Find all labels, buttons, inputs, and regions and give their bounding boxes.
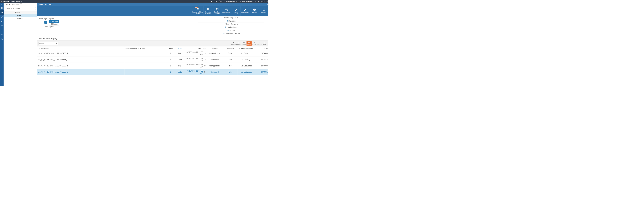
cell-sle: [124, 69, 166, 75]
backup-to-object-store-button[interactable]: New Backup to Object Store: [192, 6, 203, 16]
catalog-button[interactable]: Catalog: [231, 41, 236, 45]
backup-row[interactable]: ora_01_07-18-2024_11.17.20.8165_11Log07/…: [37, 50, 268, 56]
summary-count: 4: [227, 20, 228, 22]
breadcrumb: NTAP1 Topology ×: [37, 3, 268, 6]
cell-sle: [124, 63, 166, 69]
search-databases-input[interactable]: [5, 7, 36, 10]
user-menu[interactable]: administrator: [224, 0, 237, 2]
remove-protection-button[interactable]: Remove Protection: [203, 6, 212, 16]
th-mounted[interactable]: Mounted: [223, 46, 238, 50]
db-row[interactable]: NTAP2: [4, 17, 37, 20]
search-databases-field[interactable]: [6, 7, 34, 9]
backups-toolbar: Catalog Rename Clone Restore Mount Unmou…: [37, 40, 268, 46]
cell-scn: 2874360: [255, 50, 268, 56]
rail-hosts-icon[interactable]: [0, 24, 4, 28]
cell-end-date: 07/18/2024 11:09:44 AM: [185, 63, 206, 69]
cell-mounted: False: [223, 56, 238, 63]
refresh-button[interactable]: Refresh: [259, 6, 268, 16]
resource-column-header: Name: [4, 11, 37, 14]
th-rman-cataloged[interactable]: RMAN Cataloged: [238, 46, 255, 50]
summary-row: 0Clones: [198, 29, 264, 32]
th-type[interactable]: Type: [175, 46, 185, 50]
rail-dashboard-icon[interactable]: [0, 6, 4, 10]
database-settings-button[interactable]: Database Settings: [212, 6, 222, 16]
summary-row: 0Snapshots Locked: [198, 32, 264, 35]
svg-point-13: [1, 30, 2, 30]
cell-verified: Unverified: [206, 69, 223, 75]
close-icon[interactable]: ×: [266, 3, 268, 6]
local-copies-label: Local copies: [44, 26, 198, 28]
th-backup-name[interactable]: Backup Name: [37, 46, 125, 50]
filter-icon[interactable]: [55, 42, 58, 45]
th-scn[interactable]: SCN: [255, 46, 268, 50]
cell-backup-name: ora_01_07-18-2024_11.17.20.8165_0: [37, 56, 125, 63]
role-menu[interactable]: SnapCenterAdmin: [240, 0, 256, 2]
th-end-date[interactable]: End Date: [185, 46, 206, 50]
cell-mounted: False: [223, 69, 238, 75]
resource-type-selector[interactable]: Oracle Database: [4, 3, 37, 6]
rail-reports-icon[interactable]: [0, 19, 4, 24]
nav-rail: [0, 3, 4, 86]
topology-actions: New Backup to Object Store Remove Protec…: [37, 6, 268, 16]
rail-resources-icon[interactable]: [0, 10, 4, 15]
svg-rect-2: [2, 1, 2, 2]
svg-point-21: [216, 8, 218, 8]
calendar-icon: [204, 59, 206, 61]
summary-count: 2: [224, 23, 226, 25]
cell-verified: Not Applicable: [206, 63, 223, 69]
svg-rect-15: [2, 30, 2, 30]
rail-alerts-icon[interactable]: [0, 37, 4, 41]
db-row[interactable]: NTAP1: [4, 14, 37, 17]
back-up-now-button[interactable]: Back up Now: [222, 6, 231, 16]
flag-icon[interactable]: [7, 11, 9, 13]
svg-rect-24: [254, 9, 254, 10]
svg-rect-12: [1, 26, 2, 26]
svg-rect-28: [244, 42, 244, 43]
cell-count: 1: [166, 63, 175, 69]
mount-button[interactable]: Mount: [252, 41, 257, 45]
svg-rect-11: [1, 25, 2, 25]
new-badge: New: [195, 7, 198, 8]
help-icon[interactable]: ?▾: [219, 0, 222, 2]
backups-search[interactable]: [38, 42, 55, 45]
chevron-down-icon[interactable]: [20, 3, 22, 5]
local-copies-tile[interactable]: 4 Backups 0 Clones: [44, 20, 198, 25]
calendar-icon: [204, 52, 206, 54]
mail-icon[interactable]: [215, 0, 217, 2]
rail-storage-icon[interactable]: [0, 28, 4, 32]
th-verified[interactable]: Verified: [206, 46, 223, 50]
sort-icon[interactable]: [5, 11, 6, 13]
details-button[interactable]: Details: [250, 6, 259, 16]
cell-type: Log: [175, 63, 185, 69]
rail-monitor-icon[interactable]: [0, 15, 4, 19]
th-count[interactable]: Count: [166, 46, 175, 50]
cell-count: 1: [166, 50, 175, 56]
svg-rect-1: [1, 1, 2, 1]
cell-count: 1: [166, 69, 175, 75]
rail-settings-icon[interactable]: [0, 32, 4, 37]
backup-row[interactable]: ora_01_07-18-2024_11.09.08.6002_01Data07…: [37, 69, 268, 75]
svg-point-5: [224, 1, 225, 1]
summary-label: Data Backups: [226, 23, 238, 25]
maintenance-button[interactable]: Maintenance: [240, 6, 250, 16]
manage-copies-title: Manage Copies: [37, 16, 198, 20]
svg-rect-33: [204, 71, 205, 72]
clone-button[interactable]: Clone: [242, 41, 246, 45]
svg-rect-29: [243, 42, 244, 43]
signout-link[interactable]: Sign Out: [258, 0, 268, 2]
cell-backup-name: ora_01_07-18-2024_11.17.20.8165_1: [37, 50, 125, 56]
bell-icon[interactable]: [211, 0, 212, 2]
cell-end-date: 07/18/2024 11:17:41 AM: [185, 56, 206, 63]
svg-rect-31: [204, 59, 205, 60]
summary-row: 4Backups: [198, 19, 264, 23]
rename-button[interactable]: Rename: [236, 41, 242, 45]
rail-collapse-icon[interactable]: [0, 3, 4, 6]
restore-button[interactable]: Restore: [246, 41, 252, 45]
th-snapshot-lock-expiration[interactable]: Snapshot Lock Expiration: [124, 46, 166, 50]
delete-button[interactable]: Delete: [262, 41, 267, 45]
backup-row[interactable]: ora_01_07-18-2024_11.17.20.8165_01Data07…: [37, 56, 268, 63]
backups-search-input[interactable]: [40, 42, 54, 44]
backup-row[interactable]: ora_01_07-18-2024_11.09.08.6002_11Log07/…: [37, 63, 268, 69]
modify-button[interactable]: Modify: [231, 6, 240, 16]
svg-rect-8: [1, 8, 2, 9]
